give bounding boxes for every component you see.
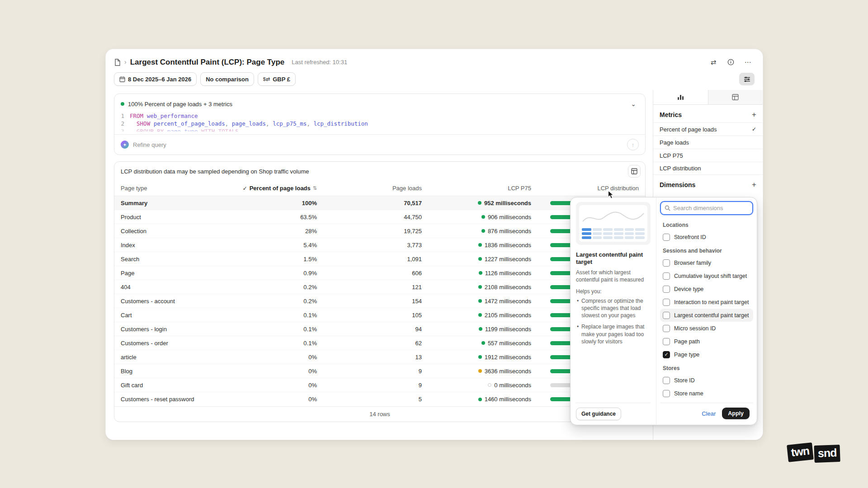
dimension-item[interactable]: Storefront ID <box>660 230 753 244</box>
comparison-button[interactable]: No comparison <box>200 72 254 86</box>
metric-item[interactable]: Page loads <box>653 136 763 149</box>
table-row[interactable]: Search1.5%1,0911227 milliseconds <box>114 252 645 266</box>
table-row[interactable]: Customers - reset password0%51460 millis… <box>114 392 645 406</box>
dimension-item[interactable]: Browser family <box>660 256 753 269</box>
line-number: 2 <box>121 120 124 127</box>
sketch-cell <box>603 236 613 239</box>
ellipsis-icon: ⋯ <box>745 58 751 66</box>
sketch-cell <box>614 236 623 239</box>
table-view-button[interactable] <box>628 165 641 178</box>
swap-button[interactable]: ⇄ <box>707 56 720 69</box>
checkbox[interactable] <box>663 377 670 384</box>
checkbox[interactable] <box>663 272 670 280</box>
dimension-item[interactable]: Largest contentful paint target <box>660 309 753 322</box>
table-row[interactable]: Index5.4%3,7731836 milliseconds <box>114 238 645 252</box>
checkbox[interactable] <box>663 338 670 345</box>
dimension-item[interactable]: Cumulative layout shift target <box>660 269 753 282</box>
lcp-status-dot <box>488 383 491 387</box>
results-table-card: LCP distribution data may be sampled dep… <box>114 161 646 422</box>
sketch-cell <box>593 228 602 231</box>
row-count: 14 rows <box>369 411 390 418</box>
metric-item[interactable]: Percent of page loads✓ <box>653 122 763 136</box>
table-row[interactable]: Customers - order0.1%62557 milliseconds <box>114 336 645 350</box>
cell-lcp-p75: 557 milliseconds <box>481 340 531 347</box>
checkbox[interactable] <box>663 286 670 293</box>
check-icon: ✓ <box>752 126 756 132</box>
lcp-status-dot <box>478 355 482 359</box>
cell-page-type: Product <box>121 214 221 221</box>
checkbox[interactable] <box>663 234 670 241</box>
table-row[interactable]: Customers - account0.2%1541472 milliseco… <box>114 294 645 308</box>
calendar-icon <box>119 76 125 82</box>
checkbox[interactable]: ✓ <box>663 351 670 358</box>
col-page-type[interactable]: Page type <box>121 185 221 192</box>
table-row[interactable]: article0%131912 milliseconds <box>114 350 645 364</box>
table-row[interactable]: Product63.5%44,750906 milliseconds <box>114 210 645 224</box>
cell-page-type: Customers - reset password <box>121 396 221 403</box>
get-guidance-button[interactable]: Get guidance <box>576 408 621 420</box>
tab-chart[interactable] <box>653 90 708 104</box>
cell-page-type: Index <box>121 242 221 249</box>
bar-chart-icon <box>677 94 684 100</box>
table-row[interactable]: Collection28%19,725876 milliseconds <box>114 224 645 238</box>
clear-button[interactable]: Clear <box>702 410 716 417</box>
cell-percent: 0% <box>308 354 317 361</box>
currency-button[interactable]: $⇄ GBP £ <box>258 72 296 86</box>
cell-percent: 0.9% <box>303 270 317 277</box>
search-dimensions-input[interactable] <box>673 205 749 211</box>
date-range-button[interactable]: 8 Dec 2025–6 Jan 2026 <box>114 72 197 86</box>
metric-item[interactable]: LCP distribution <box>653 162 763 175</box>
table-row[interactable]: Gift card0%90 milliseconds <box>114 378 645 392</box>
add-metric-button[interactable]: + <box>752 111 756 118</box>
table-row[interactable]: Summary100%70,517952 milliseconds <box>114 196 645 210</box>
refine-query-row[interactable]: ✦ Refine query ↑ <box>114 134 645 155</box>
query-card: 100% Percent of page loads + 3 metrics ⌄… <box>114 94 646 155</box>
lcp-status-dot <box>478 285 482 289</box>
dimension-item[interactable]: Device type <box>660 282 753 296</box>
refine-query-placeholder: Refine query <box>133 141 166 148</box>
apply-button[interactable]: Apply <box>722 408 750 419</box>
dimension-item[interactable]: Store name <box>660 387 753 400</box>
add-dimension-button[interactable]: + <box>752 181 756 188</box>
table-row[interactable]: Customers - login0.1%941199 milliseconds <box>114 322 645 336</box>
lcp-status-dot <box>481 341 485 345</box>
more-button[interactable]: ⋯ <box>741 56 755 69</box>
cell-page-loads: 94 <box>415 326 422 333</box>
dimension-item[interactable]: Page path <box>660 335 753 348</box>
code-line: 2 SHOW percent_of_page_loads, page_loads… <box>121 120 639 127</box>
dimension-search[interactable] <box>660 201 753 215</box>
metric-item[interactable]: LCP P75 <box>653 149 763 162</box>
collapse-query-button[interactable]: ⌄ <box>628 99 639 109</box>
tab-table[interactable] <box>708 90 763 104</box>
query-header[interactable]: 100% Percent of page loads + 3 metrics ⌄ <box>114 94 645 112</box>
query-summary: 100% Percent of page loads + 3 metrics <box>128 101 232 108</box>
table-row[interactable]: Page0.9%6061126 milliseconds <box>114 266 645 280</box>
cell-percent: 100% <box>302 200 317 206</box>
twn-snd-logo: twn snd <box>788 444 840 461</box>
table-row[interactable]: Blog0%93636 milliseconds <box>114 364 645 378</box>
view-options-button[interactable] <box>739 73 755 85</box>
dimension-item[interactable]: Micro session ID <box>660 322 753 335</box>
mini-table-sketch <box>582 228 645 239</box>
sketch-cell <box>593 236 602 239</box>
chevron-down-icon: ⌄ <box>631 100 636 108</box>
checkbox[interactable] <box>663 259 670 267</box>
checkbox[interactable] <box>663 299 670 306</box>
dimension-item[interactable]: Store ID <box>660 374 753 387</box>
dimension-item[interactable]: ✓Page type <box>660 348 753 361</box>
dimension-item[interactable]: Interaction to next paint target <box>660 296 753 309</box>
table-row[interactable]: 4040.2%1212108 milliseconds <box>114 280 645 294</box>
col-lcp-distribution[interactable]: LCP distribution <box>597 185 639 192</box>
submit-query-button[interactable]: ↑ <box>627 139 639 150</box>
table-row[interactable]: Cart0.1%1052105 milliseconds <box>114 308 645 322</box>
checkbox[interactable] <box>663 312 670 319</box>
table-note-row: LCP distribution data may be sampled dep… <box>114 162 645 181</box>
checkbox[interactable] <box>663 325 670 332</box>
col-page-loads[interactable]: Page loads <box>392 185 422 192</box>
checkbox[interactable] <box>663 390 670 397</box>
metrics-section-header: Metrics + <box>653 105 763 122</box>
info-button[interactable] <box>724 56 737 69</box>
col-percent[interactable]: ✓ Percent of page loads ⇅ <box>243 185 317 192</box>
query-code[interactable]: 1FROM web_performance2 SHOW percent_of_p… <box>114 112 645 134</box>
col-lcp-p75[interactable]: LCP P75 <box>508 185 531 192</box>
